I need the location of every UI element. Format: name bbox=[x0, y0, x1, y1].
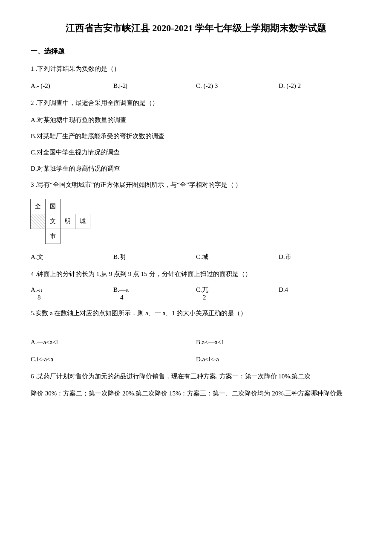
question-5-options-row1: A.—a<a<l B.a<—a<1 bbox=[31, 337, 361, 347]
question-5-options-row2: C.i<-a<a D.a<l<-a bbox=[31, 354, 361, 364]
page-title: 江西省吉安市峡江县 2020-2021 学年七年级上学期期末数学试题 bbox=[31, 20, 361, 35]
q3-option-b: B.明 bbox=[113, 252, 196, 262]
section-heading-1: 一、选择题 bbox=[31, 46, 361, 57]
q4-option-d: D.4 bbox=[279, 286, 361, 301]
q5-option-d: D.a<l<-a bbox=[196, 354, 361, 364]
net-cell-guo: 国 bbox=[45, 199, 61, 214]
q1-option-a: A.- (-2) bbox=[31, 81, 113, 91]
q5-figure-placeholder bbox=[31, 325, 361, 337]
q1-option-c: C. (-2) 3 bbox=[196, 81, 279, 91]
q2-option-d: D.对某班学生的身高情况的调查 bbox=[31, 163, 361, 174]
question-1-options: A.- (-2) B.|-2| C. (-2) 3 D. (-2) 2 bbox=[31, 81, 361, 91]
q4-a-top: A.-π bbox=[31, 286, 42, 293]
q4-option-c: C.兀 2 bbox=[196, 286, 279, 301]
q4-b-bot: 4 bbox=[120, 293, 124, 301]
q4-c-top: C.兀 bbox=[196, 286, 208, 293]
q5-option-c: C.i<-a<a bbox=[31, 354, 196, 364]
question-2-stem: 2 .下列调查中，最适合采用全面调查的是（） bbox=[31, 98, 361, 108]
question-6-line2: 降价 30%；方案二；第一次降价 20%,第二次降价 15%；方案三：第一、二次… bbox=[31, 388, 361, 398]
question-1-stem: 1 .下列计算结果为负数的是（） bbox=[31, 64, 361, 74]
q1-option-b: B.|-2| bbox=[113, 81, 196, 91]
net-cell-ghost bbox=[30, 229, 46, 244]
net-cell-ming: 明 bbox=[60, 214, 75, 229]
q3-option-d: D.市 bbox=[279, 252, 361, 262]
question-6-line1: 6 .某药厂计划对售价为加元的药品进行降价销售，现在有三种方案. 方案一：第一次… bbox=[31, 371, 361, 381]
q4-a-bot: 8 bbox=[37, 293, 41, 301]
q5-option-a: A.—a<a<l bbox=[31, 337, 196, 347]
q4-option-b: B.—π 4 bbox=[113, 286, 196, 301]
question-5-stem: 5.实数 a 在数轴上对应的点如图所示，则 a、一 a、1 的大小关系正确的是（… bbox=[31, 308, 361, 318]
q4-option-a: A.-π 8 bbox=[31, 286, 113, 301]
q5-option-b: B.a<—a<1 bbox=[196, 337, 361, 347]
q2-option-a: A.对某池塘中现有鱼的数量的调查 bbox=[31, 115, 361, 125]
question-4-options: A.-π 8 B.—π 4 C.兀 2 D.4 bbox=[31, 286, 361, 301]
net-cell-quan: 全 bbox=[30, 199, 46, 214]
q4-b-top: B.—π bbox=[113, 286, 129, 293]
net-cell-blank bbox=[30, 214, 46, 229]
q3-option-c: C.城 bbox=[196, 252, 279, 262]
q2-option-c: C.对全国中学生视力情况的调查 bbox=[31, 147, 361, 157]
net-cell-cheng: 城 bbox=[75, 214, 90, 229]
question-3-options: A.文 B.明 C.城 D.市 bbox=[31, 252, 361, 262]
q3-option-a: A.文 bbox=[31, 252, 113, 262]
net-cell-wen: 文 bbox=[45, 214, 61, 229]
q1-option-d: D. (-2) 2 bbox=[279, 81, 361, 91]
q2-option-b: B.对某鞋厂生产的鞋底能承受的弯折次数的调查 bbox=[31, 131, 361, 141]
question-4-stem: 4 .钟面上的分针的长为 1,从 9 点到 9 点 15 分，分针在钟面上扫过的… bbox=[31, 269, 361, 279]
question-3-stem: 3 .写有“全国文明城市”的正方体展开图如图所示，与“全”字相对的字是（ ） bbox=[31, 180, 361, 190]
cube-net-figure: 全 国 文 明 城 市 bbox=[31, 199, 90, 244]
q4-d-top: D.4 bbox=[279, 286, 288, 293]
q4-c-bot: 2 bbox=[203, 293, 206, 301]
net-cell-shi: 市 bbox=[45, 229, 61, 244]
